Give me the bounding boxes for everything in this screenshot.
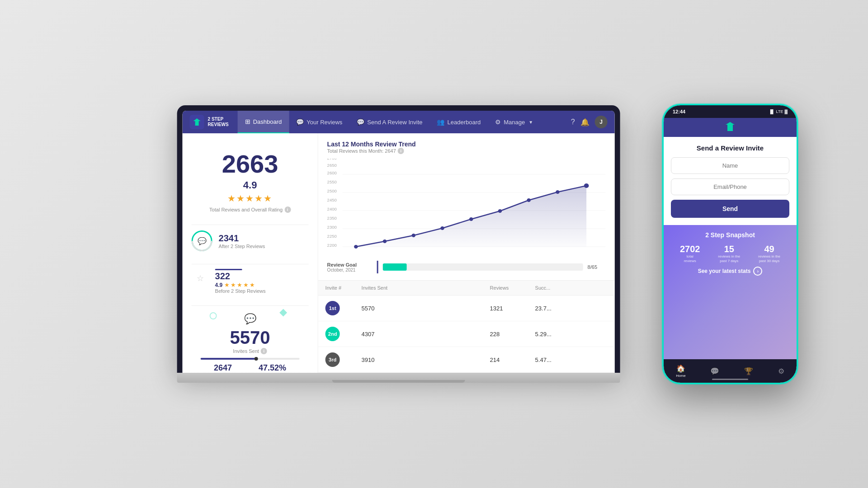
reviews-cell-3: 214 xyxy=(490,357,535,363)
reviews-icon: 💬 xyxy=(296,118,304,126)
phone-nav-home[interactable]: 🏠 Home xyxy=(676,364,685,378)
chart-section: Last 12 Months Review Trend Total Review… xyxy=(318,133,615,281)
main-content: 2663 4.9 ★★★★★ Total Reviews and Overall… xyxy=(183,133,615,373)
overall-rating-number: 4.9 xyxy=(192,179,309,191)
phone-nav-leaderboard[interactable]: 🏆 xyxy=(744,367,753,375)
progress-dot xyxy=(255,357,258,361)
goal-row: Review Goal October, 2021 8/65 xyxy=(327,261,606,273)
chart-title: Last 12 Months Review Trend xyxy=(327,141,606,148)
battery-icon: ▓ xyxy=(784,109,788,114)
snapshot-month-reviews: 49 xyxy=(758,244,780,254)
before-2step-card: ☆ 322 4.9 ★★★★★ Before 2 Step Reviews xyxy=(192,264,309,298)
phone-snapshot: 2 Step Snapshot 2702 totalreviews 15 rev… xyxy=(664,225,797,359)
after-2step-icon: 💬 xyxy=(192,230,212,251)
reviews-stat: 2647 Reviews xyxy=(214,363,232,373)
before-2step-icon: ☆ xyxy=(192,269,209,286)
svg-text:2300: 2300 xyxy=(327,225,337,230)
laptop-base xyxy=(177,373,620,383)
nav-item-manage[interactable]: ⚙ Manage ▼ xyxy=(488,111,540,133)
after-2step-label: After 2 Step Reviews xyxy=(219,244,265,249)
settings-icon: ⚙ xyxy=(778,367,784,375)
logo-text: 2 STEP REVIEWS xyxy=(208,117,229,127)
snapshot-total-label: totalreviews xyxy=(680,254,700,263)
user-avatar[interactable]: J xyxy=(595,116,608,128)
after-2step-number: 2341 xyxy=(219,233,265,244)
svg-point-20 xyxy=(469,217,473,221)
table-row: 3rd 3910 214 5.47... xyxy=(318,347,615,373)
trophy-icon: 🏆 xyxy=(744,367,753,375)
chart-subtitle: Total Reviews this Month: 2647 i xyxy=(327,148,606,154)
phone-email-input[interactable] xyxy=(671,178,789,195)
stats-label: Total Reviews and Overall Rating i xyxy=(192,206,309,213)
goal-title: Review Goal xyxy=(327,262,373,267)
svg-point-16 xyxy=(354,245,358,249)
phone-send-button[interactable]: Send xyxy=(671,200,789,218)
invites-label: Invites Sent i xyxy=(201,348,300,354)
notifications-button[interactable]: 🔔 xyxy=(580,118,590,127)
nav-item-send-invite[interactable]: 💬 Send A Review Invite xyxy=(349,111,429,133)
phone-nav-messages[interactable]: 💬 xyxy=(710,367,719,375)
snapshot-total-reviews: 2702 xyxy=(680,244,700,254)
goal-period: October, 2021 xyxy=(327,267,373,272)
goal-divider xyxy=(377,261,378,273)
col-invites-sent: Invites Sent xyxy=(362,285,490,291)
svg-point-24 xyxy=(584,183,589,188)
success-cell-3: 5.47... xyxy=(535,357,571,363)
before-progress-bar xyxy=(215,269,242,270)
leaderboard-table: Invite # Invites Sent Reviews Succ... 1s… xyxy=(318,281,615,373)
deco-1 xyxy=(279,309,287,317)
table-row: 2nd 4307 228 5.29... xyxy=(318,321,615,347)
see-stats-cta[interactable]: See your latest stats › xyxy=(671,267,789,276)
success-rate-stat: 47.52% Success Rate xyxy=(259,363,287,373)
nav-logo: 2 STEP REVIEWS xyxy=(190,115,229,129)
laptop: 2 STEP REVIEWS ⊞ Dashboard 💬 Your Review… xyxy=(177,105,620,383)
nav-item-dashboard[interactable]: ⊞ Dashboard xyxy=(238,111,289,133)
reviews-cell-1: 1321 xyxy=(490,305,535,312)
table-header: Invite # Invites Sent Reviews Succ... xyxy=(318,281,615,296)
invites-progress xyxy=(201,358,300,360)
left-panel: 2663 4.9 ★★★★★ Total Reviews and Overall… xyxy=(183,133,318,373)
phone-app-header xyxy=(664,118,797,137)
after-2step-card: 💬 2341 After 2 Step Reviews xyxy=(192,225,309,257)
nav-right: ? 🔔 J xyxy=(571,116,608,128)
phone-time: 12:44 xyxy=(673,109,685,114)
svg-text:2450: 2450 xyxy=(327,198,337,202)
nav-item-leaderboard[interactable]: 👥 Leaderboard xyxy=(429,111,488,133)
goal-label: Review Goal October, 2021 xyxy=(327,262,373,272)
phone-logo xyxy=(724,121,736,134)
svg-text:2650: 2650 xyxy=(327,163,337,168)
rank-badge-2: 2nd xyxy=(326,327,340,341)
chart-svg: 2200 2250 2300 2350 2400 2450 2500 2550 … xyxy=(327,159,606,249)
phone-nav-settings[interactable]: ⚙ xyxy=(778,367,784,375)
goal-value: 8/65 xyxy=(588,264,606,270)
invites-icon: 💬 xyxy=(244,313,256,325)
help-button[interactable]: ? xyxy=(571,118,575,126)
signal-icon: ▐▌ xyxy=(769,109,775,114)
nav-item-your-reviews[interactable]: 💬 Your Reviews xyxy=(289,111,349,133)
success-rate-value: 47.52% xyxy=(259,363,287,373)
col-success: Succ... xyxy=(535,285,571,291)
deco-2 xyxy=(210,312,217,319)
progress-fill xyxy=(201,358,255,360)
home-icon: 🏠 xyxy=(676,364,685,373)
rank-cell-2: 2nd xyxy=(326,327,362,341)
phone-notch xyxy=(708,105,753,116)
before-2step-number: 322 xyxy=(215,271,266,282)
right-panel: Last 12 Months Review Trend Total Review… xyxy=(318,133,615,373)
invites-section: 💬 5570 Invites Sent i xyxy=(192,305,309,373)
svg-text:2400: 2400 xyxy=(327,207,337,211)
mobile-phone: 12:44 ▐▌ LTE ▓ Send a Review Invite xyxy=(662,104,798,384)
rank-cell-3: 3rd xyxy=(326,352,362,367)
total-reviews-number: 2663 xyxy=(192,151,309,177)
phone-name-input[interactable] xyxy=(671,157,789,174)
rank-cell-1: 1st xyxy=(326,301,362,315)
svg-point-22 xyxy=(527,198,530,202)
send-icon: 💬 xyxy=(357,118,364,126)
reviews-cell-2: 228 xyxy=(490,331,535,338)
stats-main: 2663 4.9 ★★★★★ Total Reviews and Overall… xyxy=(192,142,309,217)
chart-info-icon: i xyxy=(398,148,404,154)
svg-text:2200: 2200 xyxy=(327,243,337,248)
invites-info-icon: i xyxy=(261,348,267,354)
leaderboard-icon: 👥 xyxy=(437,118,444,126)
rank-badge-3: 3rd xyxy=(326,352,340,367)
